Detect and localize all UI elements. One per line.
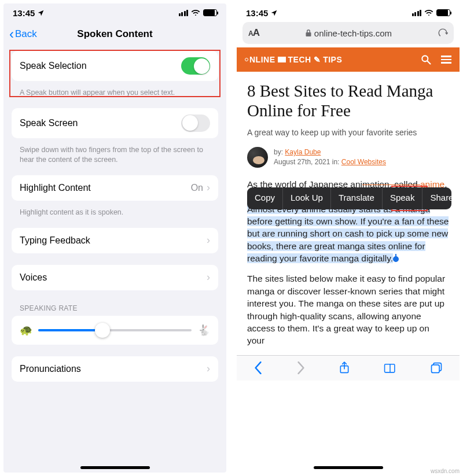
- status-time: 13:45: [246, 8, 268, 18]
- forward-icon: [296, 361, 306, 374]
- row-label: Typing Feedback: [20, 235, 90, 246]
- byline: by: Kayla Dube August 27th, 2021 in: Coo…: [247, 147, 449, 168]
- by-prefix: by:: [274, 148, 283, 156]
- reader-aa-icon[interactable]: AA: [248, 27, 259, 39]
- site-logo[interactable]: NLINE TECH ✎ TIPS: [245, 55, 342, 64]
- tortoise-icon: 🐢: [20, 324, 32, 337]
- author-link[interactable]: Kayla Dube: [285, 148, 321, 156]
- footer-highlight: Highlight content as it is spoken.: [3, 204, 226, 217]
- row-label: Highlight Content: [20, 183, 91, 193]
- menu-icon[interactable]: [441, 56, 451, 64]
- group-highlight: Highlight Content On›: [12, 175, 218, 201]
- status-time: 13:45: [13, 8, 35, 18]
- group-pronunciations: Pronunciations ›: [12, 356, 218, 382]
- row-voices[interactable]: Voices ›: [12, 265, 218, 290]
- popup-share[interactable]: Share…: [422, 187, 451, 209]
- selection-popup: Copy Look Up Translate Speak Share…: [247, 187, 451, 209]
- row-pronunciations[interactable]: Pronunciations ›: [12, 356, 218, 382]
- paragraph-1: As the world of Japanese animation, call…: [247, 178, 449, 265]
- wifi-icon: [191, 9, 200, 16]
- page-title: Spoken Content: [3, 28, 226, 40]
- nav-bar: ‹ Back Spoken Content: [3, 21, 226, 47]
- group-speak-selection: Speak Selection: [12, 51, 218, 81]
- toggle-speak-selection[interactable]: [181, 57, 210, 75]
- group-speak-screen: Speak Screen: [12, 108, 218, 138]
- group-voices: Voices ›: [12, 265, 218, 290]
- article-title: 8 Best Sites to Read Manga Online for Fr…: [247, 81, 449, 120]
- wifi-icon: [424, 9, 433, 16]
- row-label: Speak Selection: [20, 61, 87, 71]
- watermark: wsxdn.com: [431, 468, 460, 474]
- svg-line-1: [428, 61, 431, 64]
- reload-icon[interactable]: [438, 28, 448, 38]
- chevron-right-icon: ›: [207, 363, 210, 375]
- footer-speak-selection: A Speak button will appear when you sele…: [3, 84, 226, 98]
- article-subtitle: A great way to keep up with your favorit…: [247, 127, 449, 138]
- settings-phone: 13:45 ‹ Back Spoken Content Speak Select…: [3, 3, 226, 473]
- search-icon[interactable]: [420, 54, 432, 65]
- chevron-right-icon: ›: [207, 271, 210, 283]
- chevron-right-icon: ›: [207, 234, 210, 246]
- battery-icon: [203, 9, 217, 16]
- speaking-rate-slider[interactable]: [38, 329, 192, 331]
- row-label: Pronunciations: [20, 364, 81, 374]
- chevron-right-icon: ›: [207, 182, 210, 194]
- safari-phone: 13:45 AA online-tech-tips.com NLINE: [237, 3, 460, 473]
- section-speaking-rate: SPEAKING RATE: [3, 302, 226, 316]
- footer-speak-screen: Swipe down with two fingers from the top…: [3, 142, 226, 165]
- site-banner: NLINE TECH ✎ TIPS: [237, 47, 460, 72]
- paragraph-2: The sites listed below make it easy to f…: [247, 272, 449, 346]
- row-speak-selection[interactable]: Speak Selection: [12, 51, 218, 81]
- selection-end-handle[interactable]: [393, 256, 399, 262]
- row-highlight-content[interactable]: Highlight Content On›: [12, 175, 218, 201]
- category-link[interactable]: Cool Websites: [341, 158, 386, 166]
- row-label: Speak Screen: [20, 118, 78, 128]
- row-speaking-rate[interactable]: 🐢 🐇: [12, 316, 218, 345]
- article-date: August 27th, 2021: [274, 158, 330, 166]
- address-domain: online-tech-tips.com: [314, 28, 392, 38]
- cellular-signal-icon: [179, 10, 189, 16]
- row-label: Voices: [20, 272, 47, 283]
- back-icon[interactable]: [253, 361, 263, 374]
- cellular-signal-icon: [412, 10, 422, 16]
- location-icon: [270, 9, 278, 17]
- avatar: [247, 147, 268, 168]
- popup-copy[interactable]: Copy: [247, 187, 283, 209]
- address-bar[interactable]: AA online-tech-tips.com: [242, 22, 454, 44]
- status-bar: 13:45: [3, 3, 226, 21]
- lock-icon: [305, 29, 312, 37]
- popup-speak[interactable]: Speak: [383, 187, 423, 209]
- rabbit-icon: 🐇: [197, 324, 210, 337]
- tabs-icon[interactable]: [430, 361, 443, 374]
- bookmarks-icon[interactable]: [384, 362, 396, 374]
- row-speak-screen[interactable]: Speak Screen: [12, 108, 218, 138]
- location-icon: [37, 9, 45, 17]
- safari-toolbar: [237, 355, 460, 381]
- svg-rect-4: [432, 365, 440, 373]
- article: 8 Best Sites to Read Manga Online for Fr…: [237, 72, 460, 355]
- home-indicator[interactable]: [80, 466, 150, 469]
- battery-icon: [436, 9, 450, 16]
- popup-lookup[interactable]: Look Up: [283, 187, 331, 209]
- row-typing-feedback[interactable]: Typing Feedback ›: [12, 228, 218, 253]
- popup-translate[interactable]: Translate: [331, 187, 383, 209]
- row-value: On: [191, 183, 203, 193]
- group-speaking-rate: 🐢 🐇: [12, 316, 218, 345]
- settings-list: Speak Selection A Speak button will appe…: [3, 47, 226, 473]
- share-icon[interactable]: [339, 361, 350, 375]
- selected-text[interactable]: Almost every anime usually starts as a m…: [247, 204, 449, 264]
- home-indicator[interactable]: [314, 466, 383, 469]
- status-bar: 13:45: [237, 3, 460, 21]
- group-typing: Typing Feedback ›: [12, 228, 218, 253]
- toggle-speak-screen[interactable]: [181, 115, 210, 132]
